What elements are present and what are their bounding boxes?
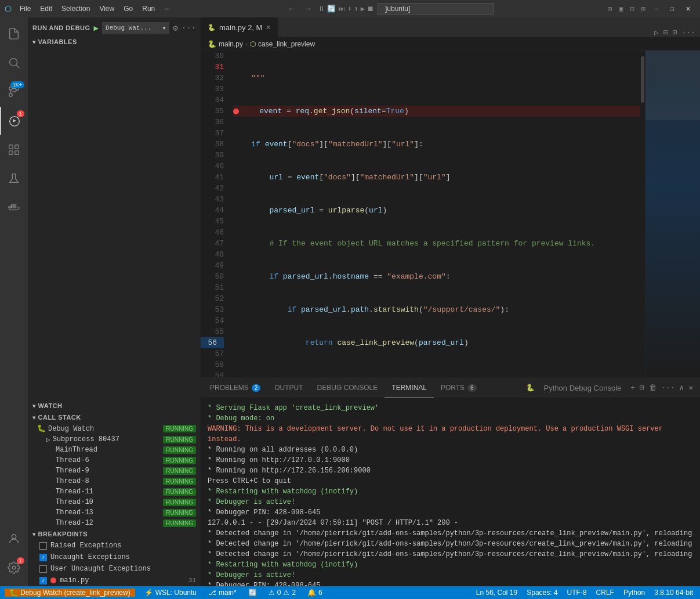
call-stack-thread-6[interactable]: Thread-6 RUNNING [28,455,201,466]
panel-trash-button[interactable]: 🗑 [649,384,657,392]
breadcrumb-file[interactable]: main.py [219,40,243,48]
status-arch[interactable]: 3.8.10 64-bit [652,589,695,597]
activity-source-control[interactable]: 1K+ [0,78,28,106]
bp-uncaught-checkbox[interactable] [39,554,47,561]
panel-maximize-button[interactable]: ∧ [679,383,684,392]
call-stack-thread-10[interactable]: Thread-10 RUNNING [28,497,201,507]
tab-problems[interactable]: PROBLEMS 2 [203,378,267,398]
variables-section-header[interactable]: ▾ VARIABLES [28,36,201,48]
activity-search[interactable] [0,49,28,77]
call-stack-thread-11[interactable]: Thread-11 RUNNING [28,486,201,497]
bp-main-py[interactable]: main.py 31 [28,575,201,586]
breakpoints-section-header[interactable]: ▾ BREAKPOINTS [28,528,201,540]
menu-run[interactable]: Run [139,3,158,14]
status-errors[interactable]: ⚠ 0 ⚠ 2 [266,589,298,597]
bp-main-py-checkbox[interactable] [39,577,47,584]
status-wsl[interactable]: ⚡ WSL: Ubuntu [142,589,199,597]
call-stack-main-thread[interactable]: MainThread RUNNING [28,445,201,455]
call-stack-section-header[interactable]: ▾ CALL STACK [28,412,201,423]
activity-explorer[interactable] [0,20,28,48]
debug-restart-button[interactable]: 🔄 [327,5,336,13]
toolbar-layout1[interactable]: ▣ [616,3,625,15]
status-encoding[interactable]: UTF-8 [565,589,589,597]
window-close-button[interactable]: ✕ [681,3,695,15]
activity-docker[interactable] [0,194,28,222]
status-line-ending[interactable]: CRLF [594,589,616,597]
tab-output[interactable]: OUTPUT [267,378,310,398]
toolbar-layout3[interactable]: ⊞ [639,3,648,15]
scrollbar-thumb[interactable] [641,56,644,103]
bp-user-uncaught-exceptions[interactable]: User Uncaught Exceptions [28,563,201,575]
nav-forward-button[interactable]: → [302,3,314,15]
activity-debug[interactable]: 1 [0,107,28,135]
more-actions-button[interactable]: ··· [682,28,695,37]
status-cursor[interactable]: Ln 56, Col 19 [474,589,520,597]
panel-close-button[interactable]: ✕ [688,383,693,392]
tab-ports[interactable]: PORTS 6 [434,378,484,398]
activity-account[interactable] [0,525,28,553]
menu-go[interactable]: Go [120,3,136,14]
debug-step-out-button[interactable]: ⬆ [354,5,358,13]
address-bar[interactable] [378,3,494,15]
menu-file[interactable]: File [16,3,34,14]
status-sync[interactable]: 🔄 [246,589,259,597]
breadcrumb-symbol[interactable]: case_link_preview [258,40,315,48]
call-stack-thread-12[interactable]: Thread-12 RUNNING [28,518,201,528]
gear-icon[interactable]: ⚙ [173,23,177,33]
panel-more-button[interactable]: ··· [661,384,674,392]
toolbar-layout2[interactable]: ⊟ [628,3,636,15]
bp-uncaught-exceptions[interactable]: Uncaught Exceptions [28,551,201,563]
window-maximize-button[interactable]: □ [665,3,679,15]
editor-scrollbar[interactable] [640,50,645,377]
tab-terminal[interactable]: TERMINAL [385,378,434,398]
more-icon[interactable]: ··· [182,23,196,33]
code-editor[interactable]: 30 31 32 33 34 35 36 37 38 39 40 41 42 4… [201,50,645,377]
terminal-content[interactable]: * Serving Flask app 'create_link_preview… [201,398,700,586]
debug-layout-button[interactable]: ⏸ [318,5,325,13]
panel-split-terminal-button[interactable]: ⊡ [640,383,644,392]
debug-step-over-button[interactable]: ⏭ [338,5,345,13]
status-language[interactable]: Python [621,589,647,597]
watch-section-header[interactable]: ▾ WATCH [28,400,201,412]
call-stack-thread-8[interactable]: Thread-8 RUNNING [28,476,201,486]
bp-raised-exceptions[interactable]: Raised Exceptions [28,540,201,551]
menu-more[interactable]: ··· [161,3,173,14]
bp-user-uncaught-checkbox[interactable] [39,565,47,573]
tab-debug-console[interactable]: DEBUG CONSOLE [310,378,385,398]
debug-step-into-button[interactable]: ⬇ [347,5,351,13]
debug-watch-icon: 🐛 [37,424,46,433]
activity-settings[interactable]: 1 [0,554,28,582]
tab-close-icon[interactable]: ✕ [266,24,271,31]
panel-tabs: PROBLEMS 2 OUTPUT DEBUG CONSOLE TERMINAL… [201,378,700,398]
code-content[interactable]: """ event = req.get_json(silent=True) if… [231,50,640,377]
call-stack-debug-watch[interactable]: 🐛 Debug Watch RUNNING [28,423,201,434]
status-branch[interactable]: ⎇ main* [206,589,239,597]
status-spaces-text: Spaces: 4 [527,589,557,597]
status-debug-label[interactable]: 🐛 Debug Watch (create_link_preview) [5,589,135,597]
call-stack-subprocess[interactable]: ▷ Subprocess 80437 RUNNING [28,434,201,445]
call-stack-thread-9[interactable]: Thread-9 RUNNING [28,466,201,476]
tab-main-py[interactable]: 🐍 main.py 2, M ✕ [201,17,278,37]
debug-play-button[interactable]: ▶ [94,23,99,33]
debug-continue-button[interactable]: ▶ [361,5,365,13]
menu-selection[interactable]: Selection [58,3,93,14]
toolbar-search[interactable]: ⊞ [605,3,614,15]
activity-bar: 1K+ 1 [0,17,28,586]
activity-extensions[interactable] [0,136,28,164]
menu-view[interactable]: View [96,3,118,14]
bp-raised-checkbox[interactable] [39,542,47,550]
nav-back-button[interactable]: ← [285,3,298,15]
terminal-line-7: Press CTRL+C to quit [208,476,693,486]
debug-config-dropdown[interactable]: Debug Wat... ▾ [102,22,169,34]
split-editor-button[interactable]: ⊡ [673,28,677,37]
window-minimize-button[interactable]: − [650,3,663,15]
activity-testing[interactable] [0,165,28,193]
debug-stop-button[interactable]: ⏹ [367,5,374,13]
run-split-button[interactable]: ▷ [654,28,659,37]
status-bell[interactable]: 🔔 6 [305,589,325,597]
menu-edit[interactable]: Edit [37,3,56,14]
status-spaces[interactable]: Spaces: 4 [524,589,560,597]
call-stack-thread-13[interactable]: Thread-13 RUNNING [28,507,201,518]
panel-new-terminal-button[interactable]: + [630,384,635,392]
open-changes-button[interactable]: ⊟ [663,28,668,37]
